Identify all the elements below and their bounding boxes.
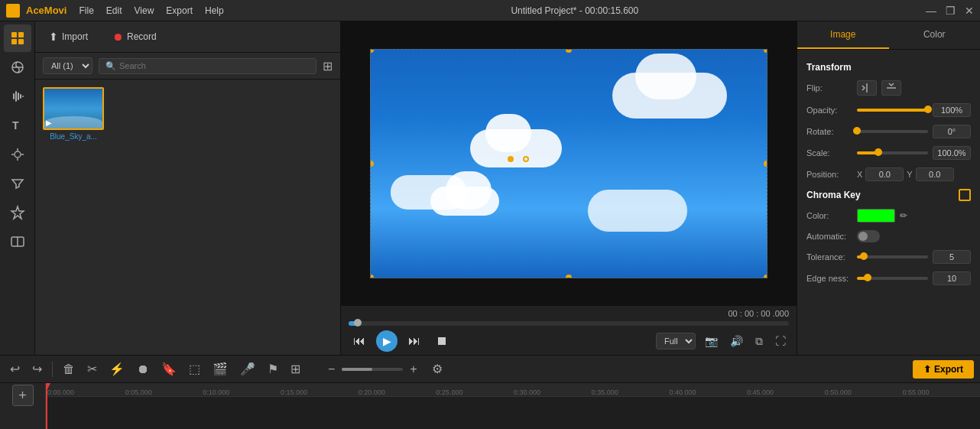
rotate-slider[interactable] [857, 130, 928, 133]
flip-horizontal-button[interactable] [857, 80, 877, 96]
svg-marker-16 [11, 206, 24, 219]
motion-keyframe-dot[interactable] [523, 156, 529, 162]
media-filter-select[interactable]: All (1) Video Audio Image [43, 57, 92, 74]
import-label: Import [62, 31, 88, 42]
scene-button[interactable]: 🎬 [209, 359, 232, 379]
close-button[interactable]: ✕ [965, 5, 974, 17]
rotate-value[interactable]: 0° [933, 125, 971, 138]
chroma-edge-value[interactable]: 10 [933, 271, 971, 285]
flag-button[interactable]: ⚑ [264, 359, 282, 379]
svg-rect-9 [22, 96, 24, 97]
resize-handle-tr[interactable] [764, 49, 767, 53]
crop-button[interactable]: ⬚ [185, 359, 204, 379]
media-item[interactable]: ▶ Blue_Sky_a... [43, 87, 104, 347]
color-picker-icon[interactable]: ✏ [900, 210, 907, 221]
resize-handle-tl[interactable] [370, 49, 374, 53]
opacity-value[interactable]: 100% [933, 103, 971, 117]
motion-keyframe-dot[interactable] [508, 156, 514, 162]
add-marker-button[interactable]: 🔖 [157, 359, 180, 379]
tab-color[interactable]: Color [889, 21, 981, 49]
chroma-edge-slider[interactable] [857, 277, 928, 280]
chroma-key-title: Chroma Key [806, 190, 959, 200]
timeline-cursor[interactable] [46, 383, 47, 429]
lightning-button[interactable]: ⚡ [105, 359, 128, 379]
volume-button[interactable]: 🔊 [727, 333, 746, 349]
export-button[interactable]: ⬆ Export [913, 360, 974, 379]
menu-view[interactable]: View [135, 5, 154, 16]
position-x-value[interactable]: 0.0 [865, 167, 904, 181]
cut-button[interactable]: ✂ [83, 359, 101, 379]
record-btn[interactable]: ⏺ [133, 360, 153, 379]
resize-handle-mr[interactable] [764, 161, 767, 167]
timeline-ruler[interactable]: 0:00.000 0:05.000 0:10.000 0:15.000 0:20… [46, 383, 980, 397]
sidebar-item-stickers[interactable] [4, 199, 31, 226]
microphone-button[interactable]: 🎤 [236, 359, 259, 379]
sidebar-item-split[interactable] [4, 228, 31, 255]
chroma-automatic-toggle[interactable] [857, 230, 880, 242]
chroma-tolerance-slider[interactable] [857, 255, 928, 258]
sidebar-item-effects[interactable] [4, 141, 31, 168]
tab-image[interactable]: Image [797, 21, 889, 49]
flip-vertical-button[interactable] [881, 80, 901, 96]
preview-canvas [341, 21, 797, 306]
chroma-key-enable-checkbox[interactable] [959, 189, 971, 201]
track-controls: + [0, 383, 46, 429]
delete-button[interactable]: 🗑 [59, 360, 79, 379]
scale-slider[interactable] [857, 151, 928, 154]
chroma-color-swatch[interactable] [857, 209, 895, 223]
ruler-label: 0:50.000 [825, 388, 903, 396]
import-button[interactable]: ⬆ Import [43, 28, 94, 46]
zoom-in-button[interactable]: + [406, 360, 420, 379]
chroma-edge-label: Edge ness: [806, 274, 852, 283]
menu-file[interactable]: File [79, 5, 93, 16]
track-area[interactable] [46, 397, 980, 429]
chroma-tolerance-label: Tolerance: [806, 252, 852, 262]
screenshot-button[interactable]: 📷 [702, 333, 721, 349]
opacity-label: Opacity: [806, 106, 852, 115]
sidebar-item-media[interactable] [4, 24, 31, 52]
zoom-bar[interactable] [342, 368, 403, 371]
progress-bar[interactable] [349, 321, 789, 326]
opacity-slider[interactable] [857, 109, 928, 112]
fullscreen-button[interactable]: ⛶ [772, 333, 789, 349]
window-controls: — ❐ ✕ [926, 5, 974, 17]
undo-button[interactable]: ↩ [6, 359, 24, 379]
resize-handle-bc[interactable] [566, 275, 572, 278]
record-label: Record [127, 31, 157, 42]
sidebar-item-filters[interactable] [4, 170, 31, 197]
menu-help[interactable]: Help [205, 5, 224, 16]
scale-value[interactable]: 100.0% [933, 146, 971, 160]
chroma-tolerance-value[interactable]: 5 [933, 250, 971, 264]
minimize-button[interactable]: — [926, 5, 936, 17]
search-input[interactable] [119, 61, 310, 70]
zoom-out-button[interactable]: − [324, 360, 339, 379]
ruler-label: 0:15.000 [281, 388, 359, 396]
split-button[interactable]: ⊞ [287, 359, 304, 379]
resize-handle-tc[interactable] [566, 49, 572, 53]
rotate-row: Rotate: 0° [806, 125, 971, 138]
sidebar-item-text[interactable]: T [4, 112, 31, 139]
stop-button[interactable]: ⏹ [431, 330, 453, 352]
skip-forward-button[interactable]: ⏭ [404, 330, 425, 352]
progress-handle[interactable] [354, 319, 362, 327]
grid-view-button[interactable]: ⊞ [323, 59, 333, 73]
position-y-value[interactable]: 0.0 [916, 167, 954, 181]
resize-handle-ml[interactable] [370, 161, 374, 167]
sidebar-item-transitions[interactable] [4, 54, 31, 81]
resize-handle-br[interactable] [764, 275, 767, 278]
record-button[interactable]: ⏺ Record [106, 28, 163, 46]
add-track-button[interactable]: + [12, 385, 34, 406]
quality-select[interactable]: Full 1/2 1/4 [656, 333, 696, 349]
menu-export[interactable]: Export [166, 5, 193, 16]
resize-handle-bl[interactable] [370, 275, 374, 278]
skip-to-start-button[interactable]: ⏮ [349, 330, 370, 352]
redo-button[interactable]: ↪ [28, 359, 46, 379]
play-pause-button[interactable]: ▶ [376, 330, 398, 352]
sidebar-item-audio[interactable] [4, 83, 31, 110]
maximize-button[interactable]: ❐ [946, 5, 956, 17]
pip-button[interactable]: ⧉ [752, 333, 766, 349]
timeline-settings-button[interactable]: ⚙ [432, 362, 443, 376]
svg-rect-0 [11, 32, 17, 37]
svg-rect-3 [18, 39, 24, 44]
menu-edit[interactable]: Edit [106, 5, 122, 16]
